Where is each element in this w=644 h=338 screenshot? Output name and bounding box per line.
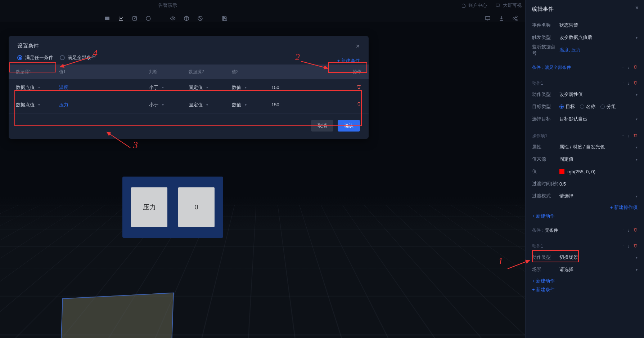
move-down-icon[interactable]: ↓ — [628, 81, 630, 85]
no-icon[interactable] — [197, 15, 203, 21]
cube-icon[interactable] — [184, 15, 189, 21]
chart-icon[interactable] — [118, 15, 124, 21]
trash-icon — [356, 102, 361, 107]
trash-icon — [633, 244, 638, 248]
target-type-radio[interactable]: 目标 名称 分组 — [559, 103, 638, 110]
move-down-icon[interactable]: ↓ — [628, 228, 630, 232]
judge-select[interactable]: 小于▾ — [149, 102, 189, 108]
present-icon[interactable] — [485, 15, 491, 21]
v2-input[interactable]: 150 — [271, 85, 336, 90]
account-center-link[interactable]: 账户中心 — [461, 2, 487, 9]
move-up-icon[interactable]: ↑ — [622, 228, 624, 232]
new-action-link[interactable]: + 新建动作 — [532, 213, 638, 219]
ok-button[interactable]: 确认 — [338, 120, 360, 132]
doc-title: 告警演示 — [158, 2, 177, 9]
scene-panel[interactable]: 压力 0 — [122, 177, 223, 238]
condition-table-header: 数据源1 值1 判断 数据源2 值2 操作 — [9, 65, 369, 79]
new-condition-link[interactable]: + 新建条件 — [532, 286, 638, 293]
action2-type-select[interactable]: 切换场景 — [559, 254, 636, 261]
delete-icon[interactable] — [633, 133, 638, 139]
opitem-header[interactable]: 操作项1 ↑ ↓ — [532, 131, 638, 141]
delete-row-button[interactable] — [336, 102, 361, 108]
save-icon[interactable] — [222, 15, 228, 21]
svg-point-7 — [513, 18, 514, 19]
condition-header-1[interactable]: 条件： 满足全部条件 ↑ ↓ — [532, 62, 638, 72]
v1-link[interactable]: 温度 — [59, 84, 149, 91]
trash-icon — [633, 133, 638, 138]
delete-icon[interactable] — [633, 65, 638, 70]
move-up-icon[interactable]: ↑ — [622, 65, 624, 70]
duration-input[interactable]: 0.5 — [559, 181, 638, 187]
conditions-modal: 设置条件 ✕ 满足任一条件 满足全部条件 + 新建条件 数据源1 值1 判断 数… — [9, 36, 369, 139]
trigger-type-select[interactable]: 改变数据点值后 — [559, 34, 636, 41]
action-header-1[interactable]: 动作1 ↑ ↓ — [532, 78, 638, 88]
trash-icon — [633, 228, 638, 232]
v2type-select[interactable]: 数值▾ — [232, 84, 271, 91]
cancel-button[interactable]: 取消 — [311, 120, 333, 132]
select-target-input[interactable]: 目标默认自己 — [559, 116, 636, 122]
svg-point-6 — [516, 16, 517, 17]
svg-point-3 — [172, 18, 174, 19]
trash-icon — [633, 65, 638, 69]
svg-rect-1 — [105, 17, 109, 20]
delete-row-button[interactable] — [336, 84, 361, 90]
modal-title: 设置条件 — [17, 43, 39, 49]
condition-header-2[interactable]: 条件： 无条件 ↑ ↓ — [532, 225, 638, 235]
panel-icon[interactable] — [104, 15, 110, 21]
delete-icon[interactable] — [633, 244, 638, 249]
mode-select[interactable]: 请选择 — [559, 193, 636, 199]
radio-any-condition[interactable]: 满足任一条件 — [17, 54, 53, 61]
action-type-select[interactable]: 改变属性值 — [559, 91, 636, 98]
ds1-select[interactable]: 数据点值▾ — [16, 102, 59, 108]
panel-title: 编辑事件 — [532, 6, 638, 13]
move-up-icon[interactable]: ↑ — [622, 134, 624, 138]
top-bar: 告警演示 账户中心 大屏可视 — [0, 0, 525, 11]
col-op: 操作 — [336, 69, 361, 75]
eye-icon[interactable] — [170, 15, 176, 21]
radio-all-conditions[interactable]: 满足全部条件 — [60, 54, 96, 61]
listen-points-link[interactable]: 温度, 压力 — [559, 47, 638, 53]
move-down-icon[interactable]: ↓ — [628, 65, 630, 70]
refresh-icon[interactable] — [145, 15, 151, 21]
new-condition-button[interactable]: + 新建条件 — [337, 58, 360, 64]
trash-icon — [356, 84, 361, 89]
action-header-2[interactable]: 动作1 ↑ ↓ — [532, 241, 638, 251]
home-icon — [461, 3, 466, 8]
move-down-icon[interactable]: ↓ — [628, 134, 630, 138]
ds2-select[interactable]: 固定值▾ — [189, 84, 232, 91]
new-action-link-2[interactable]: + 新建动作 — [532, 278, 638, 284]
edit-event-panel: ✕ 编辑事件 事件名称 状态告警 触发类型 改变数据点值后 ▾ 监听数据点号 温… — [525, 0, 644, 338]
scene-cube[interactable] — [60, 293, 174, 338]
col-v1: 值1 — [59, 69, 149, 75]
delete-icon[interactable] — [633, 81, 638, 86]
panel-cell-left: 压力 — [131, 187, 167, 227]
svg-rect-0 — [496, 4, 500, 6]
svg-point-8 — [516, 19, 517, 21]
delete-icon[interactable] — [633, 228, 638, 233]
download-icon[interactable] — [499, 15, 504, 21]
new-opitem-link[interactable]: + 新建操作项 — [532, 204, 638, 211]
move-up-icon[interactable]: ↑ — [622, 81, 624, 85]
color-swatch — [559, 169, 564, 174]
attr-select[interactable]: 属性 / 材质 / 自发光色 — [559, 144, 636, 150]
bigscreen-link[interactable]: 大屏可视 — [496, 2, 522, 9]
valsrc-select[interactable]: 固定值 — [559, 156, 636, 163]
scene-select[interactable]: 请选择 — [559, 266, 636, 273]
ds1-select[interactable]: 数据点值▾ — [16, 84, 59, 91]
move-down-icon[interactable]: ↓ — [628, 244, 630, 248]
v2type-select[interactable]: 数值▾ — [232, 102, 271, 108]
share-icon[interactable] — [512, 15, 518, 21]
modal-close-icon[interactable]: ✕ — [356, 43, 360, 49]
condition-row: 数据点值▾ 温度 小于▾ 固定值▾ 数值▾ 150 — [9, 79, 369, 96]
close-icon[interactable]: ✕ — [635, 5, 639, 10]
color-value[interactable]: rgb(255, 0, 0) — [559, 169, 638, 174]
radio-dot-icon — [60, 55, 65, 60]
v2-input[interactable]: 150 — [271, 102, 336, 107]
move-up-icon[interactable]: ↑ — [622, 244, 624, 248]
event-name-value[interactable]: 状态告警 — [559, 22, 638, 28]
judge-select[interactable]: 小于▾ — [149, 84, 189, 91]
v1-link[interactable]: 压力 — [59, 102, 149, 108]
link-icon[interactable] — [132, 15, 138, 21]
col-ds2: 数据源2 — [189, 69, 232, 75]
ds2-select[interactable]: 固定值▾ — [189, 102, 232, 108]
